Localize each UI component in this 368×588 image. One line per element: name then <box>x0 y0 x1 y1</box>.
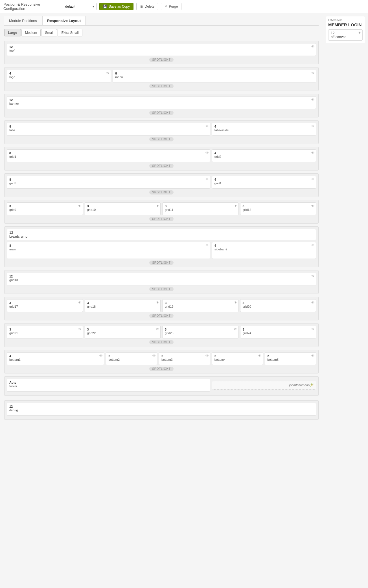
eye-grid10[interactable]: 👁 <box>156 204 159 208</box>
eye-grid13[interactable]: 👁 <box>311 274 315 278</box>
save-as-copy-button[interactable]: 💾 Save as Copy <box>99 3 133 10</box>
position-breadcrumb: 12 breadcrumb <box>7 229 316 240</box>
position-debug: 12 debug <box>7 403 316 416</box>
delete-button[interactable]: 🗑 Delete <box>136 3 158 10</box>
position-grid12: 3 👁 grid12 <box>240 202 316 215</box>
position-grid19: 3 👁 grid19 <box>162 299 238 312</box>
position-bottom3: 2 👁 bottom3 <box>159 352 210 365</box>
template-select[interactable]: default <box>63 3 97 10</box>
position-grid10: 3 👁 grid10 <box>85 202 161 215</box>
spotlight-label: SPOTLIGHT <box>149 164 174 168</box>
eye-grid24[interactable]: 👁 <box>311 327 315 331</box>
eye-grid2[interactable]: 👁 <box>311 151 315 155</box>
eye-bottom4[interactable]: 👁 <box>258 354 262 358</box>
eye-tabs[interactable]: 👁 <box>205 124 209 128</box>
eye-grid21[interactable]: 👁 <box>78 327 82 331</box>
save-icon: 💾 <box>103 5 107 8</box>
eye-bottom3[interactable]: 👁 <box>205 354 209 358</box>
position-tabs-aside: 4 👁 tabs-aside <box>212 123 316 135</box>
position-grid4: 4 👁 grid4 <box>212 176 316 189</box>
position-tabs: 8 👁 tabs <box>7 123 210 135</box>
position-bottom5: 2 👁 bottom5 <box>265 352 316 365</box>
position-off-canvas: 12 👁 off-canvas <box>328 29 363 41</box>
eye-grid23[interactable]: 👁 <box>234 327 237 331</box>
eye-grid11[interactable]: 👁 <box>234 204 237 208</box>
delete-icon: 🗑 <box>140 5 143 8</box>
position-footer: Auto footer <box>7 379 210 392</box>
row-grid13: 12 👁 grid13 SPOTLIGHT <box>4 270 319 294</box>
page-title: Position & Responsive Configuration <box>3 2 60 11</box>
spotlight-label: SPOTLIGHT <box>149 367 174 371</box>
position-grid13: 12 👁 grid13 <box>7 273 316 285</box>
eye-grid20[interactable]: 👁 <box>311 301 315 305</box>
position-top4: 12 👁 top4 <box>7 43 316 56</box>
spotlight-label: SPOTLIGHT <box>149 287 174 291</box>
spotlight-label: SPOTLIGHT <box>149 111 174 115</box>
tab-responsive-layout[interactable]: Responsive Layout <box>42 16 86 25</box>
eye-banner[interactable]: 👁 <box>311 98 315 102</box>
size-tab-medium[interactable]: Medium <box>21 29 41 36</box>
position-grid24: 3 👁 grid24 <box>240 326 316 338</box>
size-tab-small[interactable]: Small <box>41 29 57 36</box>
row-bottom: 4 👁 bottom1 2 👁 bottom2 2 👁 bottom3 <box>4 350 319 373</box>
eye-bottom2[interactable]: 👁 <box>152 354 156 358</box>
off-canvas-label: Off-Canvas <box>328 19 363 22</box>
position-banner: 12 👁 banner <box>7 96 316 109</box>
position-grid11: 3 👁 grid11 <box>162 202 238 215</box>
position-grid22: 3 👁 grid22 <box>85 326 161 338</box>
spotlight-label: SPOTLIGHT <box>149 261 174 265</box>
spotlight-label: SPOTLIGHT <box>149 314 174 318</box>
row-footer: Auto footer joomlabamboo🎋 <box>4 376 319 396</box>
eye-bottom5[interactable]: 👁 <box>311 354 315 358</box>
row-logo-menu: 4 👁 logo 8 👁 menu SPOTLIGHT <box>4 67 319 91</box>
row-grid21-24: 3 👁 grid21 3 👁 grid22 3 👁 grid23 <box>4 323 319 347</box>
position-grid9: 3 👁 grid9 <box>7 202 83 215</box>
eye-menu[interactable]: 👁 <box>311 71 315 75</box>
position-grid3: 8 👁 grid3 <box>7 176 210 189</box>
position-bottom4: 2 👁 bottom4 <box>212 352 263 365</box>
eye-tabs-aside[interactable]: 👁 <box>311 124 315 128</box>
position-grid23: 3 👁 grid23 <box>162 326 238 338</box>
purge-icon: ✕ <box>165 5 167 8</box>
eye-grid19[interactable]: 👁 <box>234 301 237 305</box>
eye-grid18[interactable]: 👁 <box>156 301 159 305</box>
spotlight-label: SPOTLIGHT <box>149 340 174 344</box>
row-grid1-2: 8 👁 grid1 4 👁 grid2 SPOTLIGHT <box>4 147 319 171</box>
eye-main[interactable]: 👁 <box>205 243 209 247</box>
row-grid17-20: 3 👁 grid17 3 👁 grid18 3 👁 grid19 <box>4 297 319 320</box>
tab-module-positions[interactable]: Module Positions <box>4 16 42 25</box>
row-banner: 12 👁 banner SPOTLIGHT <box>4 94 319 117</box>
row-grid9-12: 3 👁 grid9 3 👁 grid10 3 👁 grid11 <box>4 200 319 224</box>
position-logo: 4 👁 logo <box>7 70 111 82</box>
eye-grid3[interactable]: 👁 <box>205 177 209 181</box>
spotlight-label: SPOTLIGHT <box>149 217 174 221</box>
eye-grid22[interactable]: 👁 <box>156 327 159 331</box>
eye-grid9[interactable]: 👁 <box>78 204 82 208</box>
purge-button[interactable]: ✕ Purge <box>161 3 181 10</box>
position-bottom1: 4 👁 bottom1 <box>7 352 104 365</box>
position-grid21: 3 👁 grid21 <box>7 326 83 338</box>
eye-off-canvas[interactable]: 👁 <box>358 31 361 35</box>
size-tab-extra-small[interactable]: Extra Small <box>58 29 82 36</box>
eye-sidebar-2[interactable]: 👁 <box>311 243 315 247</box>
eye-grid4[interactable]: 👁 <box>311 177 315 181</box>
position-grid2: 4 👁 grid2 <box>212 149 316 162</box>
position-grid18: 3 👁 grid18 <box>85 299 161 312</box>
eye-logo[interactable]: 👁 <box>106 71 109 75</box>
eye-grid17[interactable]: 👁 <box>78 301 82 305</box>
row-debug: 12 debug <box>4 400 319 420</box>
top-bar: Position & Responsive Configuration defa… <box>0 0 368 13</box>
size-tab-large[interactable]: Large <box>4 29 21 36</box>
right-panel: Off-Canvas MEMBER LOGIN 12 👁 off-canvas <box>323 13 368 423</box>
eye-bottom1[interactable]: 👁 <box>99 354 103 358</box>
eye-grid1[interactable]: 👁 <box>205 151 209 155</box>
position-grid20: 3 👁 grid20 <box>240 299 316 312</box>
eye-top4[interactable]: 👁 <box>311 45 315 49</box>
position-grid17: 3 👁 grid17 <box>7 299 83 312</box>
row-grid3-4: 8 👁 grid3 4 👁 grid4 SPOTLIGHT <box>4 173 319 197</box>
spotlight-label: SPOTLIGHT <box>149 84 174 88</box>
main-tabs: Module Positions Responsive Layout <box>4 16 319 26</box>
layout-area: 12 👁 top4 SPOTLIGHT 4 👁 logo 8 <box>4 41 319 420</box>
eye-grid12[interactable]: 👁 <box>311 204 315 208</box>
position-menu: 8 👁 menu <box>113 70 316 82</box>
